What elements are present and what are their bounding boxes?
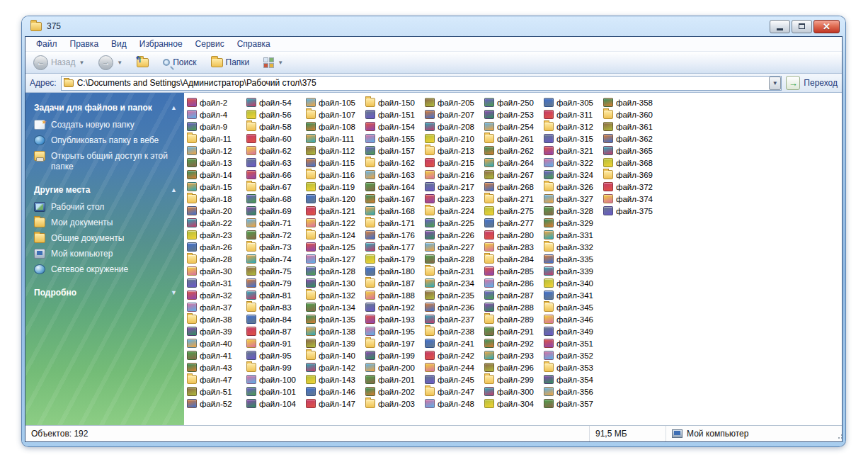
file-item[interactable]: файл-200 — [364, 361, 423, 373]
file-item[interactable]: файл-227 — [423, 241, 483, 253]
file-item[interactable]: файл-75 — [245, 265, 304, 277]
file-item[interactable]: файл-155 — [364, 133, 423, 145]
file-item[interactable]: файл-91 — [245, 337, 304, 349]
file-item[interactable]: файл-157 — [364, 145, 423, 157]
file-item[interactable]: файл-262 — [483, 145, 542, 157]
file-item[interactable]: файл-115 — [304, 157, 364, 169]
file-item[interactable]: файл-250 — [483, 96, 542, 108]
file-item[interactable]: файл-356 — [542, 385, 602, 398]
file-item[interactable]: файл-39 — [185, 325, 245, 337]
address-dropdown-button[interactable]: ▼ — [769, 77, 781, 90]
file-item[interactable]: файл-351 — [542, 337, 602, 349]
back-dropdown-icon[interactable]: ▼ — [79, 60, 84, 66]
file-item[interactable]: файл-112 — [304, 145, 364, 157]
file-item[interactable]: файл-120 — [304, 193, 364, 205]
file-item[interactable]: файл-22 — [185, 217, 245, 229]
file-item[interactable]: файл-354 — [542, 373, 602, 385]
file-item[interactable]: файл-305 — [542, 96, 602, 108]
file-item[interactable]: файл-72 — [245, 229, 304, 241]
file-item[interactable]: файл-287 — [483, 289, 542, 301]
file-item[interactable]: файл-197 — [364, 337, 423, 349]
file-item[interactable]: файл-163 — [364, 169, 423, 181]
sidebar-section-header-2[interactable]: Подробно▼ — [34, 288, 177, 298]
file-item[interactable]: файл-43 — [185, 361, 245, 373]
file-item[interactable]: файл-352 — [542, 349, 602, 361]
file-item[interactable]: файл-207 — [423, 108, 483, 120]
file-item[interactable]: файл-374 — [602, 193, 661, 205]
file-item[interactable]: файл-237 — [423, 313, 483, 325]
file-item[interactable]: файл-369 — [602, 169, 661, 181]
file-item[interactable]: файл-107 — [304, 108, 364, 120]
file-item[interactable]: файл-275 — [483, 205, 542, 217]
file-item[interactable]: файл-341 — [542, 289, 602, 301]
file-item[interactable]: файл-187 — [364, 277, 423, 289]
chevron-down-icon[interactable]: ▼ — [171, 289, 177, 296]
file-item[interactable]: файл-345 — [542, 301, 602, 313]
sidebar-item[interactable]: Открыть общий доступ к этой папке — [34, 151, 177, 172]
file-item[interactable]: файл-116 — [304, 169, 364, 181]
back-button[interactable]: ← Назад ▼ — [30, 54, 88, 72]
file-item[interactable]: файл-311 — [542, 108, 602, 120]
forward-button[interactable]: → ▼ — [95, 54, 126, 72]
file-item[interactable]: файл-58 — [245, 120, 304, 133]
file-item[interactable]: файл-13 — [185, 157, 245, 169]
file-item[interactable]: файл-193 — [364, 313, 423, 325]
file-item[interactable]: файл-365 — [602, 145, 661, 157]
file-item[interactable]: файл-188 — [364, 289, 423, 301]
file-item[interactable]: файл-60 — [245, 133, 304, 145]
file-item[interactable]: файл-248 — [423, 398, 483, 410]
file-item[interactable]: файл-71 — [245, 217, 304, 229]
file-item[interactable]: файл-176 — [364, 229, 423, 241]
file-item[interactable]: файл-62 — [245, 145, 304, 157]
file-item[interactable]: файл-130 — [304, 277, 364, 289]
file-item[interactable]: файл-66 — [245, 169, 304, 181]
go-button[interactable]: → Переход — [786, 76, 838, 90]
file-item[interactable]: файл-167 — [364, 193, 423, 205]
file-item[interactable]: файл-63 — [245, 157, 304, 169]
file-item[interactable]: файл-315 — [542, 133, 602, 145]
file-item[interactable]: файл-349 — [542, 325, 602, 337]
address-input[interactable] — [77, 77, 770, 90]
file-item[interactable]: файл-254 — [483, 120, 542, 133]
file-item[interactable]: файл-146 — [304, 385, 364, 398]
file-item[interactable]: файл-360 — [602, 108, 661, 120]
file-item[interactable]: файл-321 — [542, 145, 602, 157]
file-item[interactable]: файл-215 — [423, 157, 483, 169]
search-button[interactable]: Поиск — [159, 56, 200, 69]
file-item[interactable]: файл-192 — [364, 301, 423, 313]
titlebar[interactable]: 375 ✕ — [25, 16, 843, 36]
file-item[interactable]: файл-280 — [483, 229, 542, 241]
file-item[interactable]: файл-283 — [483, 241, 542, 253]
file-item[interactable]: файл-79 — [245, 277, 304, 289]
file-item[interactable]: файл-328 — [542, 205, 602, 217]
file-item[interactable]: файл-234 — [423, 277, 483, 289]
file-item[interactable]: файл-47 — [185, 373, 245, 385]
file-item[interactable]: файл-138 — [304, 325, 364, 337]
file-item[interactable]: файл-296 — [483, 361, 542, 373]
file-item[interactable]: файл-150 — [364, 96, 423, 108]
up-button[interactable]: ↰ — [133, 57, 152, 69]
sidebar-item[interactable]: Мой компьютер — [34, 249, 177, 259]
file-item[interactable]: файл-180 — [364, 265, 423, 277]
file-item[interactable]: файл-339 — [542, 265, 602, 277]
file-item[interactable]: файл-244 — [423, 361, 483, 373]
file-item[interactable]: файл-236 — [423, 301, 483, 313]
menu-item-3[interactable]: Избранное — [133, 38, 189, 50]
forward-dropdown-icon[interactable]: ▼ — [117, 60, 122, 66]
file-item[interactable]: файл-357 — [542, 398, 602, 410]
chevron-up-icon[interactable]: ▲ — [171, 186, 177, 193]
file-item[interactable]: файл-324 — [542, 169, 602, 181]
file-item[interactable]: файл-23 — [185, 229, 245, 241]
file-item[interactable]: файл-4 — [185, 108, 245, 120]
file-item[interactable]: файл-353 — [542, 361, 602, 373]
file-item[interactable]: файл-195 — [364, 325, 423, 337]
file-item[interactable]: файл-241 — [423, 337, 483, 349]
menu-item-5[interactable]: Справка — [231, 38, 277, 50]
file-item[interactable]: файл-292 — [483, 337, 542, 349]
file-item[interactable]: файл-54 — [245, 96, 304, 108]
file-item[interactable]: файл-288 — [483, 301, 542, 313]
file-item[interactable]: файл-242 — [423, 349, 483, 361]
file-item[interactable]: файл-261 — [483, 133, 542, 145]
menu-item-4[interactable]: Сервис — [189, 38, 231, 50]
file-item[interactable]: файл-293 — [483, 349, 542, 361]
